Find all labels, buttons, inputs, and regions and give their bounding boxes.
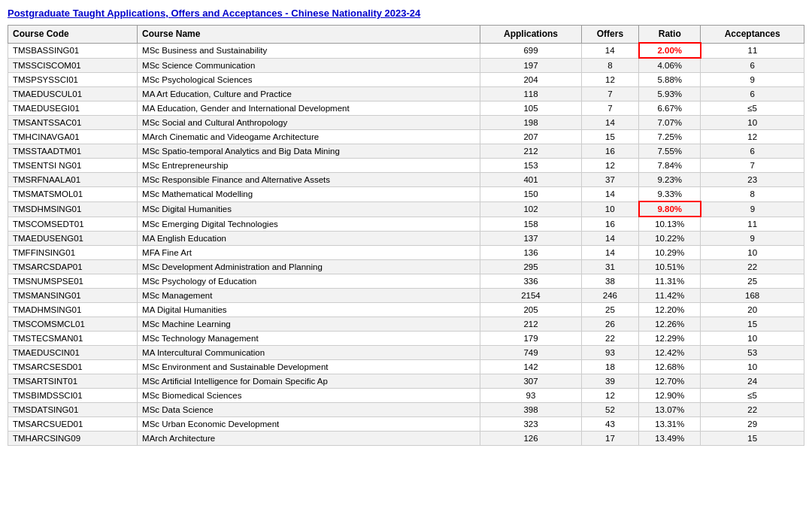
- cell-code: TMSARCSUED01: [8, 417, 138, 432]
- cell-ratio: 6.67%: [639, 101, 701, 116]
- cell-ratio: 13.49%: [639, 432, 701, 446]
- cell-code: TMSANTSSAC01: [8, 116, 138, 130]
- cell-name: MSc Spatio-temporal Analytics and Big Da…: [138, 144, 480, 159]
- cell-code: TMAEDUSENG01: [8, 232, 138, 246]
- cell-ratio: 4.06%: [639, 58, 701, 73]
- cell-offers: 246: [581, 289, 638, 303]
- cell-offers: 18: [581, 360, 638, 374]
- cell-acceptances: 10: [701, 332, 804, 346]
- table-row: TMSMATSMOL01MSc Mathematical Modelling15…: [8, 187, 804, 202]
- cell-offers: 93: [581, 346, 638, 360]
- cell-name: MSc Data Science: [138, 403, 480, 417]
- cell-applications: 179: [480, 332, 581, 346]
- cell-acceptances: 6: [701, 144, 804, 159]
- cell-ratio: 12.68%: [639, 360, 701, 374]
- cell-applications: 150: [480, 187, 581, 202]
- cell-applications: 2154: [480, 289, 581, 303]
- cell-applications: 93: [480, 389, 581, 403]
- cell-offers: 14: [581, 187, 638, 202]
- cell-offers: 16: [581, 217, 638, 232]
- cell-acceptances: 9: [701, 232, 804, 246]
- table-row: TMFFINSING01MFA Fine Art1361410.29%10: [8, 246, 804, 260]
- cell-code: TMSPSYSSCI01: [8, 73, 138, 87]
- cell-applications: 153: [480, 159, 581, 173]
- cell-code: TMAEDUSCIN01: [8, 346, 138, 360]
- cell-ratio: 7.55%: [639, 144, 701, 159]
- cell-name: MSc Development Administration and Plann…: [138, 260, 480, 274]
- cell-name: MA Digital Humanities: [138, 303, 480, 317]
- cell-ratio: 7.25%: [639, 130, 701, 144]
- col-header-offers: Offers: [581, 26, 638, 44]
- cell-code: TMSSCISCOM01: [8, 58, 138, 73]
- cell-ratio: 2.00%: [639, 43, 701, 58]
- cell-name: MSc Science Communication: [138, 58, 480, 73]
- cell-ratio: 9.33%: [639, 187, 701, 202]
- cell-ratio: 9.80%: [639, 201, 701, 217]
- cell-code: TMSRFNAALA01: [8, 173, 138, 187]
- cell-code: TMSMANSING01: [8, 289, 138, 303]
- cell-acceptances: 12: [701, 130, 804, 144]
- cell-applications: 207: [480, 130, 581, 144]
- cell-offers: 52: [581, 403, 638, 417]
- cell-acceptances: 7: [701, 159, 804, 173]
- cell-code: TMSBIMDSSCI01: [8, 389, 138, 403]
- cell-name: MSc Psychology of Education: [138, 274, 480, 289]
- cell-acceptances: 6: [701, 87, 804, 101]
- cell-ratio: 10.22%: [639, 232, 701, 246]
- cell-ratio: 5.93%: [639, 87, 701, 101]
- cell-code: TMSMATSMOL01: [8, 187, 138, 202]
- cell-code: TMSARTSINT01: [8, 374, 138, 389]
- cell-applications: 749: [480, 346, 581, 360]
- cell-offers: 8: [581, 58, 638, 73]
- cell-name: MA Art Education, Culture and Practice: [138, 87, 480, 101]
- cell-ratio: 12.20%: [639, 303, 701, 317]
- cell-applications: 212: [480, 144, 581, 159]
- cell-applications: 295: [480, 260, 581, 274]
- cell-code: TMSCOMSMCL01: [8, 317, 138, 332]
- cell-acceptances: 9: [701, 73, 804, 87]
- cell-offers: 37: [581, 173, 638, 187]
- cell-name: MSc Artificial Intelligence for Domain S…: [138, 374, 480, 389]
- cell-name: MSc Biomedical Sciences: [138, 389, 480, 403]
- cell-name: MA English Education: [138, 232, 480, 246]
- cell-offers: 39: [581, 374, 638, 389]
- cell-acceptances: 11: [701, 43, 804, 58]
- cell-acceptances: 9: [701, 201, 804, 217]
- cell-ratio: 11.42%: [639, 289, 701, 303]
- cell-code: TMADHMSING01: [8, 303, 138, 317]
- cell-applications: 197: [480, 58, 581, 73]
- cell-ratio: 12.29%: [639, 332, 701, 346]
- cell-offers: 26: [581, 317, 638, 332]
- table-row: TMSSCISCOM01MSc Science Communication197…: [8, 58, 804, 73]
- cell-code: TMAEDUSEGI01: [8, 101, 138, 116]
- cell-offers: 38: [581, 274, 638, 289]
- cell-code: TMSARCSDAP01: [8, 260, 138, 274]
- cell-code: TMHCINAVGA01: [8, 130, 138, 144]
- table-row: TMSANTSSAC01MSc Social and Cultural Anth…: [8, 116, 804, 130]
- cell-acceptances: ≤5: [701, 389, 804, 403]
- cell-applications: 336: [480, 274, 581, 289]
- cell-acceptances: 24: [701, 374, 804, 389]
- cell-offers: 7: [581, 87, 638, 101]
- col-header-acceptances: Acceptances: [701, 26, 804, 44]
- cell-offers: 16: [581, 144, 638, 159]
- cell-ratio: 11.31%: [639, 274, 701, 289]
- cell-offers: 7: [581, 101, 638, 116]
- cell-ratio: 9.23%: [639, 173, 701, 187]
- table-row: TMSDHMSING01MSc Digital Humanities102109…: [8, 201, 804, 217]
- cell-offers: 14: [581, 246, 638, 260]
- cell-code: TMSSTAADTM01: [8, 144, 138, 159]
- cell-ratio: 10.13%: [639, 217, 701, 232]
- cell-acceptances: 10: [701, 360, 804, 374]
- cell-name: MSc Urban Economic Development: [138, 417, 480, 432]
- cell-offers: 10: [581, 201, 638, 217]
- table-row: TMSMANSING01MSc Management215424611.42%1…: [8, 289, 804, 303]
- cell-ratio: 5.88%: [639, 73, 701, 87]
- cell-offers: 14: [581, 116, 638, 130]
- cell-applications: 142: [480, 360, 581, 374]
- cell-applications: 398: [480, 403, 581, 417]
- table-row: TMAEDUSCUL01MA Art Education, Culture an…: [8, 87, 804, 101]
- cell-applications: 205: [480, 303, 581, 317]
- cell-acceptances: 22: [701, 403, 804, 417]
- cell-offers: 14: [581, 43, 638, 58]
